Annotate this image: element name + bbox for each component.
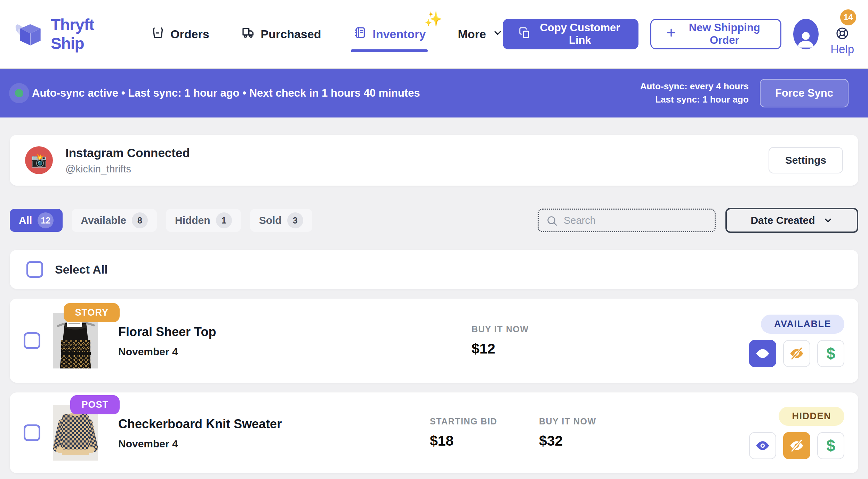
price-label: BUY IT NOW: [472, 324, 558, 334]
brand-logo[interactable]: Thryft Ship: [14, 15, 118, 53]
winged-box-logo-icon: [14, 19, 46, 49]
inventory-notebook-icon: [353, 26, 367, 42]
instagram-connected-title: Instagram Connected: [65, 146, 190, 160]
main-nav: Orders Purchased Inventory ✨: [151, 22, 503, 46]
show-item-button[interactable]: [749, 432, 776, 459]
hide-item-button[interactable]: [783, 432, 810, 459]
nav-label: Inventory: [372, 27, 426, 41]
status-badge: HIDDEN: [779, 407, 844, 426]
inventory-page-content: 📸 Instagram Connected @kickin_thrifts Se…: [0, 117, 868, 473]
mark-sold-button[interactable]: $: [817, 432, 844, 459]
sync-active-dot: [15, 89, 23, 97]
new-shipping-order-label: New Shipping Order: [683, 22, 766, 47]
show-item-button[interactable]: [749, 340, 776, 367]
price-column: BUY IT NOW $32: [539, 416, 626, 449]
help-widget[interactable]: 14 Help: [830, 9, 854, 56]
filter-row: All 12 Available 8 Hidden 1 Sold 3 Date: [10, 208, 858, 233]
tab-available[interactable]: Available 8: [72, 209, 157, 232]
mark-sold-button[interactable]: $: [817, 340, 844, 367]
eye-off-icon: [789, 438, 804, 453]
search-input[interactable]: [538, 209, 716, 232]
nav-label: Orders: [170, 27, 209, 41]
price-label: BUY IT NOW: [539, 416, 626, 427]
tab-count-badge: 8: [132, 212, 148, 228]
nav-item-orders[interactable]: Orders: [151, 22, 209, 46]
camera-emoji-icon: 📸: [31, 153, 47, 168]
price-label: STARTING BID: [430, 416, 517, 427]
item-thumbnail-wrap: POST: [53, 405, 98, 461]
instagram-connected-card: 📸 Instagram Connected @kickin_thrifts Se…: [10, 135, 858, 186]
copy-customer-link-button[interactable]: Copy Customer Link: [503, 19, 638, 49]
hide-item-button[interactable]: [783, 340, 810, 367]
chevron-down-icon: [823, 215, 833, 226]
item-actions: $: [749, 432, 844, 459]
nav-label: Purchased: [261, 27, 321, 41]
auto-sync-banner: Auto-sync active • Last sync: 1 hour ago…: [0, 69, 868, 117]
brand-name: Thryft Ship: [51, 15, 118, 53]
instagram-handle: @kickin_thrifts: [65, 163, 190, 175]
price-column: STARTING BID $18: [430, 416, 517, 449]
item-prices: STARTING BID $18 BUY IT NOW $32: [430, 416, 626, 449]
tab-count-badge: 12: [38, 212, 54, 228]
tab-label: All: [19, 214, 32, 226]
tab-count-badge: 3: [287, 212, 303, 228]
instagram-avatar: 📸: [25, 146, 53, 174]
instagram-text: Instagram Connected @kickin_thrifts: [65, 146, 190, 175]
sort-dropdown[interactable]: Date Created: [725, 208, 858, 233]
search-icon: [546, 215, 558, 227]
tab-hidden[interactable]: Hidden 1: [166, 209, 241, 232]
status-filter-tabs: All 12 Available 8 Hidden 1 Sold 3: [10, 209, 312, 232]
sync-last-text: Last sync: 1 hour ago: [640, 93, 749, 106]
force-sync-button[interactable]: Force Sync: [760, 79, 849, 107]
item-checkbox[interactable]: [24, 332, 40, 349]
sparkles-icon: ✨: [424, 10, 442, 27]
search-box: [538, 209, 716, 232]
inventory-item-row: STORY Floral Sheer Top November 4 BUY IT…: [10, 299, 858, 383]
active-tab-underline: [351, 49, 428, 52]
nav-item-more[interactable]: More: [458, 24, 503, 44]
plus-icon: [665, 27, 677, 41]
nav-item-inventory[interactable]: Inventory ✨: [353, 22, 426, 46]
eye-icon: [755, 438, 770, 453]
sync-meta: Auto-sync: every 4 hours Last sync: 1 ho…: [640, 80, 749, 106]
status-badge: AVAILABLE: [761, 315, 844, 334]
life-ring-icon: [835, 26, 850, 42]
tab-sold[interactable]: Sold 3: [250, 209, 312, 232]
user-avatar[interactable]: [793, 19, 819, 49]
tab-count-badge: 1: [216, 212, 232, 228]
chevron-down-icon: [492, 27, 503, 41]
select-all-label: Select All: [55, 263, 108, 276]
sync-banner-right: Auto-sync: every 4 hours Last sync: 1 ho…: [640, 79, 849, 107]
dollar-icon: $: [826, 344, 835, 363]
settings-button[interactable]: Settings: [769, 147, 843, 173]
price-value: $32: [539, 433, 626, 449]
sync-schedule-text: Auto-sync: every 4 hours: [640, 80, 749, 93]
new-shipping-order-button[interactable]: New Shipping Order: [650, 19, 781, 49]
inventory-item-row: POST Checkerboard Knit Sweater November …: [10, 392, 858, 473]
purchased-truck-icon: [241, 26, 255, 42]
item-prices: BUY IT NOW $12: [472, 324, 558, 357]
header-actions: Copy Customer Link New Shipping Order 14…: [503, 12, 854, 56]
help-notification-badge: 14: [840, 9, 856, 25]
item-title: Floral Sheer Top: [118, 324, 296, 341]
nav-item-purchased[interactable]: Purchased: [241, 22, 321, 46]
item-right-controls: AVAILABLE $: [749, 315, 844, 367]
item-date: November 4: [118, 438, 296, 450]
source-type-badge: POST: [70, 395, 120, 414]
price-value: $18: [430, 433, 517, 449]
eye-off-icon: [789, 346, 804, 361]
item-checkbox[interactable]: [24, 424, 40, 441]
source-type-badge: STORY: [64, 303, 120, 322]
help-label: Help: [830, 43, 854, 56]
item-date: November 4: [118, 346, 296, 358]
nav-label: More: [458, 27, 486, 41]
sort-label: Date Created: [750, 214, 815, 226]
select-all-checkbox[interactable]: [26, 261, 43, 278]
tab-label: Sold: [259, 214, 282, 226]
item-right-controls: HIDDEN $: [749, 407, 844, 459]
sync-status-dot-halo: [9, 83, 29, 103]
copy-customer-link-label: Copy Customer Link: [538, 22, 622, 47]
tab-all[interactable]: All 12: [10, 209, 63, 232]
price-value: $12: [472, 341, 558, 357]
item-actions: $: [749, 340, 844, 367]
